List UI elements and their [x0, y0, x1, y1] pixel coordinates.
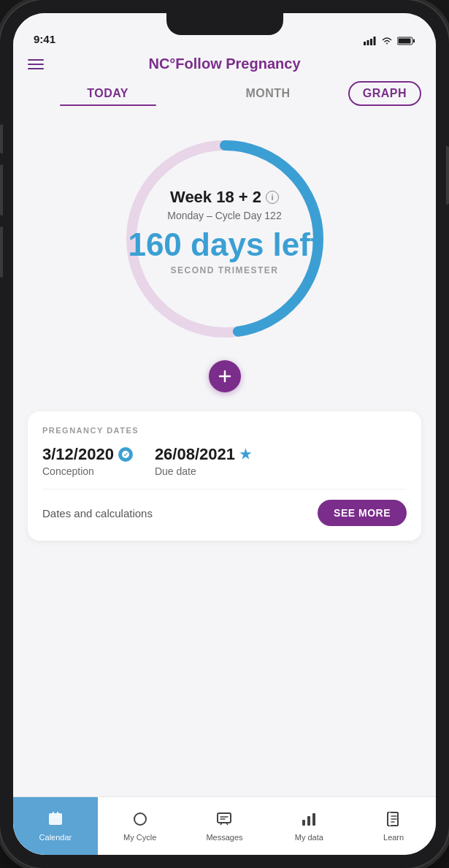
- due-date-item: 26/08/2021 ★ Due date: [155, 445, 251, 477]
- dates-card-title: PREGNANCY DATES: [42, 426, 407, 435]
- nav-label-my-data: My data: [295, 833, 323, 842]
- app-header: NC°Follow Pregnancy: [13, 50, 436, 81]
- svg-text:✓: ✓: [123, 452, 128, 458]
- notch: [166, 13, 283, 35]
- svg-rect-16: [49, 816, 62, 817]
- svg-rect-21: [302, 820, 305, 826]
- add-button[interactable]: [209, 360, 241, 392]
- phone-frame: 9:41: [0, 0, 449, 868]
- svg-rect-6: [399, 39, 411, 44]
- day-label: Monday – Cycle Day 122: [167, 210, 281, 221]
- svg-rect-14: [53, 812, 54, 815]
- status-time: 9:41: [34, 33, 55, 45]
- due-date-value: 26/08/2021 ★: [155, 445, 251, 464]
- nav-label-calendar: Calendar: [39, 833, 72, 842]
- progress-section: Week 18 + 2 i Monday – Cycle Day 122 160…: [13, 115, 436, 400]
- dates-row: 3/12/2020 ✓ Conception: [42, 445, 407, 477]
- nav-item-messages[interactable]: Messages: [183, 797, 267, 855]
- week-label: Week 18 + 2 i: [170, 188, 279, 207]
- svg-rect-2: [370, 39, 372, 45]
- trimester-label: SECOND TRIMESTER: [170, 265, 278, 275]
- learn-icon: [385, 811, 402, 830]
- due-date-label: Due date: [155, 465, 251, 477]
- conception-date-item: 3/12/2020 ✓ Conception: [42, 445, 133, 477]
- wifi-icon: [381, 37, 393, 45]
- see-more-button[interactable]: SEE MORE: [318, 500, 407, 526]
- nav-label-my-cycle: My Cycle: [123, 833, 156, 842]
- conception-date-value: 3/12/2020 ✓: [42, 445, 133, 464]
- svg-rect-1: [367, 40, 369, 45]
- nav-item-my-data[interactable]: My data: [266, 797, 351, 855]
- checkmark-icon: ✓: [121, 450, 130, 459]
- bottom-nav: Calendar My Cycle: [13, 796, 436, 855]
- power-button: [446, 146, 449, 205]
- svg-rect-25: [389, 812, 391, 826]
- battery-icon: [397, 37, 415, 45]
- volume-down-button: [0, 226, 3, 278]
- tabs-bar: TODAY MONTH GRAPH: [13, 81, 436, 115]
- svg-point-17: [134, 813, 146, 825]
- app-title: NC°Follow Pregnancy: [148, 56, 300, 72]
- info-icon[interactable]: i: [266, 191, 279, 204]
- svg-rect-23: [312, 813, 315, 826]
- messages-icon: [216, 811, 232, 830]
- conception-label: Conception: [42, 465, 133, 477]
- svg-rect-0: [364, 42, 366, 45]
- tab-graph[interactable]: GRAPH: [348, 81, 421, 106]
- calculations-text: Dates and calculations: [42, 507, 153, 519]
- cycle-icon: [132, 811, 148, 830]
- svg-rect-15: [57, 812, 58, 815]
- my-data-icon: [301, 811, 317, 830]
- phone-screen: 9:41: [13, 13, 436, 855]
- divider: [42, 489, 407, 490]
- calendar-icon: [47, 810, 64, 830]
- signal-icon: [364, 37, 377, 45]
- ring-center: Week 18 + 2 i Monday – Cycle Day 122 160…: [128, 188, 321, 275]
- progress-ring-container: Week 18 + 2 i Monday – Cycle Day 122 160…: [115, 129, 334, 349]
- main-content: Week 18 + 2 i Monday – Cycle Day 122 160…: [13, 115, 436, 796]
- nav-label-learn: Learn: [383, 833, 404, 842]
- svg-rect-22: [307, 816, 310, 826]
- svg-rect-5: [413, 39, 415, 43]
- svg-rect-13: [49, 813, 62, 825]
- volume-up-button: [0, 164, 3, 216]
- status-icons: [364, 37, 415, 45]
- svg-rect-18: [218, 813, 231, 823]
- menu-button[interactable]: [28, 59, 44, 69]
- pregnancy-dates-card: PREGNANCY DATES 3/12/2020 ✓: [28, 411, 421, 541]
- days-left: 160 days left: [128, 229, 321, 261]
- svg-rect-3: [374, 37, 376, 45]
- nav-item-calendar[interactable]: Calendar: [13, 797, 98, 855]
- mute-button: [0, 124, 3, 153]
- tab-today[interactable]: TODAY: [28, 83, 188, 104]
- star-icon: ★: [239, 446, 251, 462]
- nav-item-my-cycle[interactable]: My Cycle: [98, 797, 183, 855]
- see-more-row: Dates and calculations SEE MORE: [42, 500, 407, 526]
- nav-item-learn[interactable]: Learn: [351, 797, 436, 855]
- conception-badge: ✓: [118, 447, 133, 462]
- plus-icon: [218, 369, 232, 384]
- tab-month[interactable]: MONTH: [188, 83, 348, 104]
- nav-label-messages: Messages: [206, 833, 242, 842]
